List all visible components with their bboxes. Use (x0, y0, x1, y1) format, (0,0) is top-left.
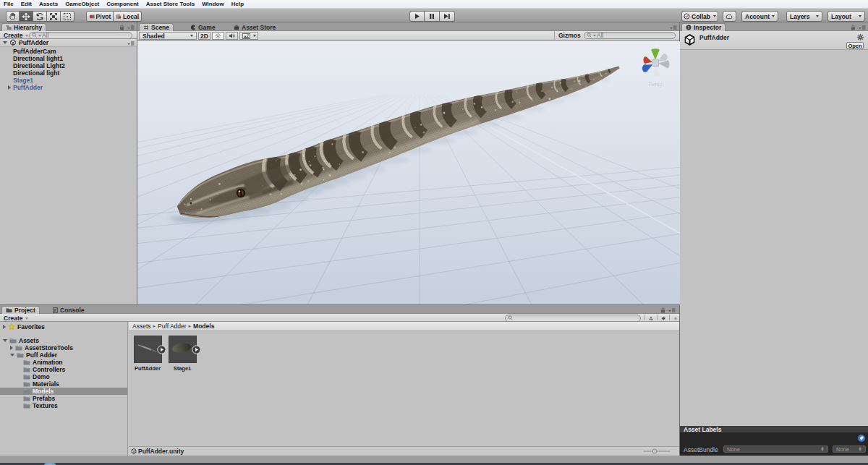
expand-arrow-icon[interactable] (3, 325, 6, 329)
project-status-bar: PuffAdder.unity (129, 446, 679, 455)
menu-item-edit[interactable]: Edit (17, 0, 35, 8)
lighting-toggle[interactable] (212, 32, 224, 40)
hand-tool-icon (9, 12, 17, 20)
move-tool-button[interactable] (20, 11, 33, 22)
expand-arrow-icon[interactable] (10, 354, 14, 357)
scene-search-input[interactable]: All (584, 32, 676, 39)
breadcrumb-item-puff-adder[interactable]: Puff Adder (156, 323, 188, 330)
search-by-type-button[interactable] (647, 315, 655, 322)
menu-item-help[interactable]: Help (228, 0, 247, 8)
audio-toggle[interactable] (226, 32, 238, 40)
menu-item-assets[interactable]: Assets (35, 0, 61, 8)
tab-game-label: Game (198, 24, 216, 31)
hierarchy-item-puffadder[interactable]: PuffAdder (0, 84, 137, 91)
move-tool-icon (22, 12, 30, 21)
cloud-button[interactable] (723, 11, 736, 22)
menu-item-component[interactable]: Component (103, 0, 142, 8)
expand-arrow-icon[interactable] (10, 346, 13, 350)
assetbundle-dropdown[interactable]: None ▲▼ (723, 445, 828, 453)
scale-tool-button[interactable] (47, 11, 61, 22)
tab-inspector[interactable]: Inspector (681, 23, 726, 31)
pane-menu-icon[interactable] (859, 25, 866, 30)
hierarchy-item-directional-light[interactable]: Directional light (0, 69, 137, 77)
project-folder-favorites[interactable]: Favorites (0, 323, 127, 330)
project-create-button[interactable]: Create (1, 315, 27, 322)
project-folder-textures[interactable]: Textures (0, 402, 127, 409)
pane-menu-icon[interactable] (670, 25, 677, 30)
scene-viewport[interactable]: yPersp (137, 41, 680, 304)
project-folder-models[interactable]: Models (0, 388, 127, 395)
project-folder-materials[interactable]: Materials (0, 380, 127, 388)
project-folder-puff-adder[interactable]: Puff Adder (0, 351, 127, 359)
pause-button[interactable] (425, 11, 440, 22)
step-icon (443, 13, 451, 20)
expand-arrow-icon[interactable] (3, 41, 7, 44)
layers-dropdown[interactable]: Layers (786, 11, 822, 22)
asset-thumbnail-stage1[interactable] (169, 336, 197, 363)
pane-menu-icon[interactable] (127, 25, 135, 30)
collab-button[interactable]: Collab (681, 11, 718, 22)
project-folder-assetstoretools[interactable]: AssetStoreTools (0, 344, 127, 351)
effects-dropdown[interactable] (239, 32, 258, 40)
hierarchy-item-puffaddercam[interactable]: PuffAdderCam (0, 48, 137, 55)
project-folder-controllers[interactable]: Controllers (0, 366, 127, 373)
tab-hierarchy[interactable]: Hierarchy (1, 23, 46, 31)
hierarchy-item-directional-light1[interactable]: Directional light1 (0, 55, 137, 62)
open-button[interactable]: Open (846, 42, 864, 49)
layout-dropdown[interactable]: Layout (827, 11, 865, 22)
tab-game[interactable]: Game (187, 23, 219, 31)
expand-arrow-icon[interactable] (3, 339, 7, 342)
gizmos-dropdown[interactable]: Gizmos (556, 32, 584, 39)
account-dropdown[interactable]: Account (741, 11, 778, 22)
step-button[interactable] (440, 11, 455, 22)
project-folder-demo[interactable]: Demo (0, 373, 127, 380)
pane-menu-icon[interactable] (668, 307, 676, 313)
hierarchy-item-label: Directional Light2 (13, 62, 65, 69)
lock-icon[interactable] (119, 25, 124, 30)
asset-thumbnail-puffadder[interactable] (134, 336, 162, 363)
hierarchy-create-button[interactable]: Create (1, 32, 27, 39)
play-button[interactable] (409, 11, 425, 22)
perspective-label[interactable]: Persp (648, 81, 663, 88)
tab-scene[interactable]: Scene (139, 23, 174, 31)
2d-toggle[interactable]: 2D (198, 32, 210, 40)
project-folder-prefabs[interactable]: Prefabs (0, 395, 127, 402)
project-search-input[interactable] (505, 315, 641, 322)
menu-item-window[interactable]: Window (198, 0, 228, 8)
hierarchy-item-stage1[interactable]: Stage1 (0, 77, 137, 84)
asset-play-badge-icon[interactable] (192, 345, 201, 354)
breadcrumb-item-models[interactable]: Models (192, 323, 216, 330)
pivot-toggle-button[interactable]: Pivot (86, 11, 114, 22)
menu-item-file[interactable]: File (0, 0, 17, 8)
rotate-tool-button[interactable] (33, 11, 47, 22)
hierarchy-item-directional-light2[interactable]: Directional Light2 (0, 62, 137, 69)
menu-item-gameobject[interactable]: GameObject (61, 0, 103, 8)
rect-tool-button[interactable] (61, 11, 75, 22)
hierarchy-search-input[interactable]: All (29, 32, 132, 39)
assetbundle-variant-dropdown[interactable]: None ▲▼ (833, 445, 866, 453)
menu-item-asset-store-tools[interactable]: Asset Store Tools (142, 0, 198, 8)
hierarchy-scene-root[interactable]: PuffAdder (0, 39, 137, 47)
lock-icon[interactable] (660, 307, 665, 313)
project-folder-assets[interactable]: Assets (0, 337, 127, 344)
favorites-filter-button[interactable] (671, 315, 680, 322)
window-bottom-strip (0, 456, 868, 465)
shading-mode-dropdown[interactable]: Shaded (139, 32, 197, 40)
tab-project[interactable]: Project (1, 306, 40, 314)
project-folder-animation[interactable]: Animation (0, 359, 127, 366)
expand-arrow-icon[interactable] (8, 85, 11, 90)
hand-tool-button[interactable] (6, 11, 20, 22)
hierarchy-tab-bar: Hierarchy (0, 22, 137, 31)
lock-icon[interactable] (851, 25, 856, 30)
scene-root-label: PuffAdder (19, 39, 48, 46)
local-toggle-button[interactable]: Local (114, 11, 142, 22)
search-by-label-button[interactable] (659, 315, 668, 322)
thumbnail-size-slider[interactable] (642, 448, 672, 454)
label-tag-button-icon[interactable] (858, 435, 865, 442)
gear-icon[interactable] (857, 34, 864, 40)
tab-asset-store[interactable]: Asset Store (230, 23, 279, 31)
tab-console[interactable]: Console (49, 306, 88, 314)
scene-context-menu-icon[interactable] (127, 40, 135, 46)
breadcrumb-item-assets[interactable]: Assets (131, 323, 153, 330)
asset-play-badge-icon[interactable] (157, 345, 166, 354)
